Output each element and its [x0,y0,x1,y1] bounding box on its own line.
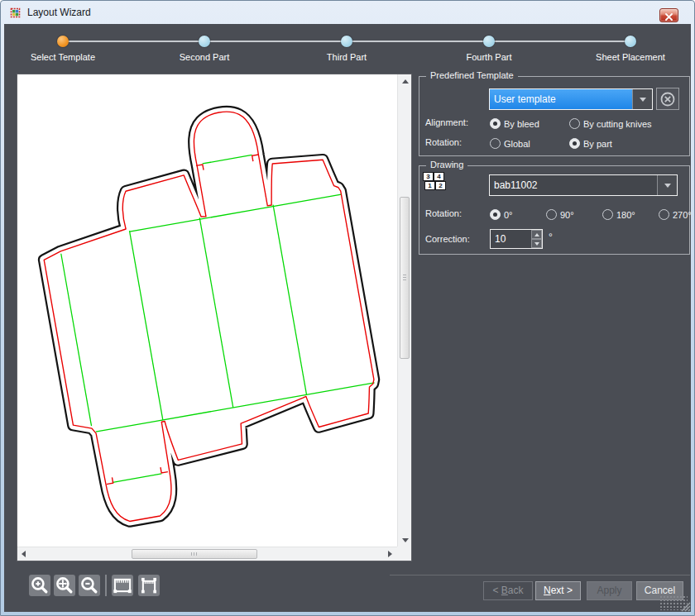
step-label-fourth-part: Fourth Part [466,52,511,62]
resize-grip[interactable] [659,595,688,610]
scroll-down-icon[interactable] [398,533,412,547]
step-label-third-part: Third Part [327,52,367,62]
zoom-in-button[interactable] [29,575,50,596]
preview-canvas[interactable] [17,74,412,561]
alignment-label: Alignment: [425,117,468,127]
horizontal-scrollbar[interactable] [17,547,397,561]
next-button[interactable]: Next > [535,581,581,600]
radio-90deg-circle[interactable] [546,209,557,220]
sheet-size-button[interactable] [112,575,133,596]
drawing-select[interactable]: bab11002 [489,174,678,196]
spinner-up-icon[interactable] [531,230,542,239]
step-dot-select-template[interactable] [57,36,69,47]
radio-270deg[interactable]: 270° [659,207,692,222]
delete-template-icon [659,91,676,107]
spinner-down-icon[interactable] [531,239,542,248]
template-rotation-label: Rotation: [425,137,462,147]
template-select[interactable]: User template [489,88,653,110]
radio-by-bleed-circle[interactable] [490,118,501,129]
radio-0deg[interactable]: 0° [490,207,513,222]
scroll-left-icon[interactable] [17,547,31,561]
vertical-scroll-thumb[interactable] [400,197,410,359]
drawing-dropdown-arrow-icon[interactable] [657,175,677,195]
radio-global-circle[interactable] [490,138,501,149]
sheet-ruler-icon [112,575,133,596]
drawing-rotation-label: Rotation: [425,208,462,218]
vertical-scrollbar[interactable] [397,74,411,547]
radio-90deg[interactable]: 90° [546,207,574,222]
radio-by-part-circle[interactable] [569,138,580,149]
step-dot-fourth-part[interactable] [483,36,495,47]
measure-icon [138,575,160,596]
step-label-second-part: Second Part [180,52,230,62]
zoom-out-button[interactable] [79,575,100,596]
dieline-fill [24,94,391,528]
back-button[interactable]: < Back [483,581,533,600]
close-button[interactable] [659,8,678,22]
footer-separator [390,575,690,575]
layout-wizard-window: Layout Wizard Select Template Second Par… [0,0,695,616]
canvas-page[interactable] [17,74,397,547]
radio-by-bleed[interactable]: By bleed [490,116,539,131]
dieline-drawing [17,74,397,547]
correction-unit: ° [549,232,553,243]
radio-by-cutting-knives-circle[interactable] [569,118,580,129]
scroll-up-icon[interactable] [398,74,412,88]
radio-global[interactable]: Global [490,136,530,150]
radio-180deg[interactable]: 180° [602,207,635,222]
radio-270deg-circle[interactable] [659,209,669,220]
title-bar[interactable]: Layout Wizard [2,1,693,24]
scroll-right-icon[interactable] [383,547,397,561]
step-label-select-template: Select Template [31,52,95,62]
predefined-template-legend: Predefined Template [426,70,518,80]
radio-0deg-circle[interactable] [490,209,501,220]
zoom-out-icon [79,575,100,596]
zoom-extents-icon [54,575,75,596]
layout-wizard-icon [9,7,22,19]
drawing-legend: Drawing [426,160,467,170]
template-dropdown-arrow-icon[interactable] [632,89,652,109]
correction-spinner[interactable] [531,230,542,248]
radio-by-part[interactable]: By part [569,136,612,150]
window-title: Layout Wizard [27,7,91,18]
drawing-select-value: bab11002 [490,175,657,195]
drawing-order-icon: 3 4 1 2 [423,172,446,192]
step-dot-third-part[interactable] [341,36,352,47]
correction-label: Correction: [425,234,470,244]
radio-by-cutting-knives[interactable]: By cutting knives [569,116,652,131]
template-select-value: User template [490,89,632,109]
toolbar-separator [105,575,107,596]
scrollbar-corner [397,547,411,561]
radio-180deg-circle[interactable] [602,209,613,220]
close-icon [665,13,673,21]
zoom-in-icon [29,575,50,596]
horizontal-scroll-thumb[interactable] [132,549,257,559]
step-dot-sheet-placement[interactable] [625,36,636,47]
delete-template-button[interactable] [656,88,679,110]
measure-button[interactable] [138,575,160,596]
zoom-extents-button[interactable] [54,575,75,596]
step-dot-second-part[interactable] [199,36,210,47]
step-label-sheet-placement: Sheet Placement [596,52,665,62]
apply-button[interactable]: Apply [587,581,632,600]
